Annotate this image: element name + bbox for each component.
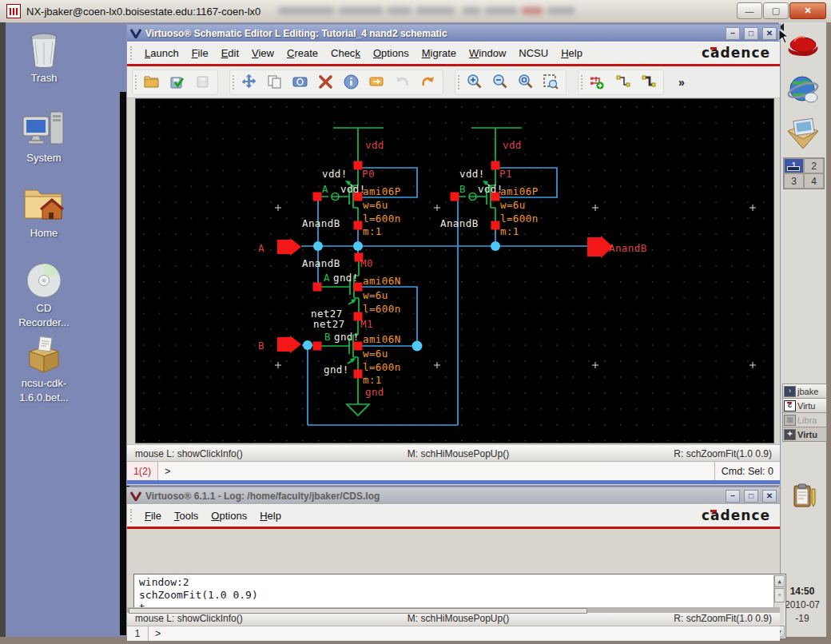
scrollbar-thumb[interactable] xyxy=(129,608,587,614)
klipper-icon[interactable] xyxy=(789,483,818,511)
web-browser-icon[interactable] xyxy=(786,74,820,107)
schematic-label[interactable]: w=6u xyxy=(363,199,388,211)
menu-options[interactable]: Options xyxy=(367,45,416,62)
schematic-label[interactable]: ami06P xyxy=(363,185,401,197)
panel-date[interactable]: 2010-07 -19 xyxy=(780,598,825,626)
menu-help[interactable]: Help xyxy=(555,45,589,62)
menu-create[interactable]: Create xyxy=(280,45,324,62)
wide-wire-icon[interactable] xyxy=(638,72,658,93)
desktop-icon-ncsu-cdk[interactable]: ncsu-cdk- 1.6.0.bet... xyxy=(0,336,88,404)
schematic-label[interactable]: m:1 xyxy=(363,225,382,237)
minimize-button[interactable]: – xyxy=(726,27,740,40)
panel-clock[interactable]: 14:50 xyxy=(780,586,825,597)
menu-migrate[interactable]: Migrate xyxy=(416,45,463,62)
menu-options[interactable]: Options xyxy=(205,507,253,524)
schematic-label[interactable]: vdd! xyxy=(322,168,348,180)
command-prompt[interactable]: > xyxy=(158,466,714,477)
schematic-label[interactable]: P0 xyxy=(362,168,375,180)
menu-help[interactable]: Help xyxy=(253,507,288,524)
desktop-icon-trash[interactable]: Trash xyxy=(0,30,88,85)
menu-file[interactable]: File xyxy=(185,45,215,62)
schematic-label[interactable]: B xyxy=(258,340,264,352)
schematic-label[interactable]: vdd! xyxy=(340,183,366,195)
schematic-label[interactable]: l=600n xyxy=(500,213,539,225)
schematic-label[interactable]: B xyxy=(324,331,331,343)
command-prompt[interactable]: > xyxy=(149,628,780,639)
close-icon[interactable]: ✕ xyxy=(762,490,777,503)
schematic-label[interactable]: gnd! xyxy=(324,364,349,376)
stretch-icon[interactable] xyxy=(289,72,310,93)
menu-ncsu[interactable]: NCSU xyxy=(512,45,555,62)
open-icon[interactable] xyxy=(141,72,161,93)
instance-icon[interactable] xyxy=(586,72,607,93)
zoom-fit-icon[interactable] xyxy=(540,72,561,93)
menu-edit[interactable]: Edit xyxy=(215,45,245,62)
schematic-label[interactable]: ami06N xyxy=(363,275,401,287)
schematic-label[interactable]: B xyxy=(459,183,466,195)
schematic-label[interactable]: A xyxy=(258,242,264,254)
schematic-label[interactable]: m:1 xyxy=(363,374,382,386)
copy-icon[interactable] xyxy=(264,72,284,93)
schematic-label[interactable]: AnandB xyxy=(440,217,479,229)
schematic-label[interactable]: l=600n xyxy=(363,213,401,225)
schematic-label[interactable]: vdd! xyxy=(459,168,485,180)
workspace-3[interactable]: 3 xyxy=(784,173,804,189)
redo-icon[interactable] xyxy=(417,72,438,93)
close-icon[interactable]: ✕ xyxy=(762,27,777,40)
schematic-label[interactable]: AnandB xyxy=(302,257,340,269)
schematic-label[interactable]: A xyxy=(324,272,330,284)
menu-tools[interactable]: Tools xyxy=(168,507,205,524)
taskbar-item-jbake[interactable]: ›jbake xyxy=(782,384,827,399)
redhat-menu-icon[interactable] xyxy=(786,30,820,64)
delete-icon[interactable] xyxy=(315,72,336,93)
schematic-label[interactable]: ami06N xyxy=(363,333,401,345)
check-save-icon[interactable] xyxy=(166,72,187,93)
schematic-canvas[interactable]: vddvddvdd!P0vdd!P1Avdd!ami06PBvdd!ami06P… xyxy=(135,98,774,443)
schematic-label[interactable]: m:1 xyxy=(500,225,519,237)
zoom-out-icon[interactable] xyxy=(489,72,510,93)
schematic-label[interactable]: w=6u xyxy=(363,348,388,360)
schematic-label[interactable]: A xyxy=(322,183,328,195)
maximize-button[interactable]: □ xyxy=(744,490,758,503)
taskbar-item-virtu[interactable]: ✦Virtu xyxy=(782,427,827,442)
schematic-label[interactable]: vdd xyxy=(365,139,384,151)
desktop-icon-home[interactable]: Home xyxy=(0,182,88,241)
maximize-button[interactable]: ▢ xyxy=(763,2,789,19)
workspace-2[interactable]: 2 xyxy=(804,158,824,173)
desktop-icon-system[interactable]: System xyxy=(0,110,88,165)
schematic-titlebar[interactable]: Virtuoso® Schematic Editor L Editing: Tu… xyxy=(127,25,780,42)
schematic-label[interactable]: gnd xyxy=(365,386,384,398)
schematic-label[interactable]: gnd! xyxy=(334,331,360,343)
note-icon[interactable] xyxy=(366,72,387,93)
wire-icon[interactable] xyxy=(612,72,633,93)
taskbar-item-virtu[interactable]: cVirtu xyxy=(782,398,827,413)
schematic-label[interactable]: M1 xyxy=(360,318,373,330)
schematic-label[interactable]: ami06P xyxy=(500,185,539,197)
info-icon[interactable] xyxy=(340,72,361,93)
schematic-label[interactable]: gnd! xyxy=(333,272,359,284)
schematic-label[interactable]: vdd! xyxy=(478,183,503,195)
schematic-label[interactable]: AnandB xyxy=(609,242,647,254)
maximize-button[interactable]: □ xyxy=(744,27,758,40)
menu-launch[interactable]: Launch xyxy=(138,45,185,62)
schematic-label[interactable]: AnandB xyxy=(302,217,340,229)
undo-icon[interactable] xyxy=(392,72,412,93)
log-horizontal-scrollbar[interactable] xyxy=(127,607,780,613)
zoom-dynamic-icon[interactable] xyxy=(515,72,535,93)
workspace-1[interactable]: 1 xyxy=(784,158,804,173)
schematic-label[interactable]: M0 xyxy=(360,257,373,269)
menu-view[interactable]: View xyxy=(245,45,280,62)
desktop-icon-cd-recorder[interactable]: CD Recorder... xyxy=(0,262,88,329)
mail-icon[interactable] xyxy=(786,117,820,150)
minimize-button[interactable]: – xyxy=(726,490,740,503)
schematic-label[interactable]: l=600n xyxy=(363,303,401,315)
workspace-4[interactable]: 4 xyxy=(804,173,824,189)
menu-check[interactable]: Check xyxy=(324,45,367,62)
save-icon[interactable] xyxy=(192,72,213,93)
scroll-up-icon[interactable]: ▲ xyxy=(774,575,785,587)
toolbar-overflow-button[interactable]: » xyxy=(675,76,688,89)
schematic-label[interactable]: l=600n xyxy=(363,361,401,373)
scrollbar-thumb[interactable]: ≡ xyxy=(774,588,785,602)
schematic-label[interactable]: w=6u xyxy=(500,199,526,211)
menu-window[interactable]: Window xyxy=(463,45,512,62)
